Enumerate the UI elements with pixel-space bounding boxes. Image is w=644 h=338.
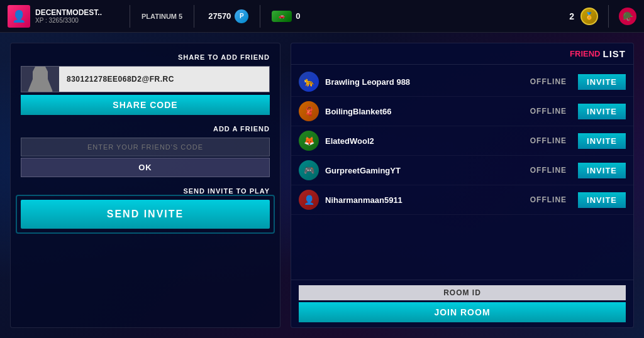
medal-count: 2 [569,11,574,21]
currency-section: 27570 P 🚗 0 [198,5,310,28]
player-avatar-icon: 👤 [12,9,26,23]
divider-2 [194,5,194,28]
friend-row: 🎮 GurpreetGamingYT OFFLINE INVITE [291,156,633,185]
coin-icon: P [235,9,248,23]
medal-badge: 🏅 [580,8,598,25]
top-bar: 👤 DECENTMODEST.. XP : 3265/3300 PLATINUM… [0,0,644,33]
invite-button[interactable]: INVITE [578,133,626,149]
player-info: DECENTMODEST.. XP : 3265/3300 [35,8,102,24]
add-friend-section: ADD A FRIEND OK [21,125,270,177]
player-name: DECENTMODEST.. [35,8,102,17]
send-invite-section: SEND INVITE TO PLAY SEND INVITE [21,187,270,229]
divider-3 [260,5,260,28]
friend-status: OFFLINE [530,136,567,145]
player-name-section: 👤 DECENTMODEST.. XP : 3265/3300 [0,5,126,28]
share-code-text: 830121278EE068D2@FR.RC [59,67,269,92]
friend-status: OFFLINE [530,107,567,116]
friend-name: BoilingBlanket66 [325,107,524,116]
invite-button[interactable]: INVITE [578,163,626,178]
player-avatar: 👤 [8,5,30,28]
coins-item: 27570 P [208,9,248,23]
friend-status: OFFLINE [530,166,567,175]
friend-avatar: 🦊 [299,131,319,151]
main-content: SHARE TO ADD FRIEND 830121278EE068D2@FR.… [0,33,644,338]
join-room-button[interactable]: JOIN ROOM [299,302,626,322]
friend-status: OFFLINE [530,195,567,204]
send-invite-label: SEND INVITE TO PLAY [21,187,270,195]
coins-amount: 27570 [208,11,231,21]
friend-name: Niharmanmaan5911 [325,195,524,205]
room-id-label: ROOM ID [299,285,626,300]
share-avatar-box [21,67,59,92]
friend-row: 🧣 BoilingBlanket66 OFFLINE INVITE [291,97,633,126]
invite-button[interactable]: INVITE [578,192,626,208]
add-friend-label: ADD A FRIEND [21,125,270,133]
friend-name: Brawling Leopard 988 [325,77,524,87]
ok-button[interactable]: OK [21,158,270,177]
rank-section: PLATINUM 5 [134,13,190,20]
friend-list-header: FRIEND LIST [291,43,633,65]
invite-button[interactable]: INVITE [578,104,626,119]
room-section: ROOM ID JOIN ROOM [291,280,633,327]
friend-row: 🐆 Brawling Leopard 988 OFFLINE INVITE [291,67,633,97]
list-header-label: LIST [603,48,626,59]
friend-row: 🦊 ElatedWool2 OFFLINE INVITE [291,126,633,156]
friend-avatar: 👤 [299,190,319,210]
friend-list: 🐆 Brawling Leopard 988 OFFLINE INVITE 🧣 … [291,65,633,280]
left-panel: SHARE TO ADD FRIEND 830121278EE068D2@FR.… [10,43,280,328]
friend-status: OFFLINE [530,77,567,86]
friend-row: 👤 Niharmanmaan5911 OFFLINE INVITE [291,185,633,215]
car-icon: 🚗 [272,11,292,22]
send-invite-button[interactable]: SEND INVITE [21,200,270,229]
friend-avatar: 🐆 [299,72,319,92]
invite-button[interactable]: INVITE [578,74,626,90]
helmet-icon: 🪖 [619,8,636,25]
share-code-button[interactable]: SHARE CODE [21,95,270,115]
friend-name: GurpreetGamingYT [325,166,524,175]
share-section-label: SHARE TO ADD FRIEND [21,53,270,61]
right-panel: FRIEND LIST 🐆 Brawling Leopard 988 OFFLI… [291,43,634,328]
friend-avatar: 🧣 [299,101,319,121]
share-code-box: 830121278EE068D2@FR.RC [21,66,270,92]
friend-code-input[interactable] [21,138,270,156]
cars-item: 🚗 0 [272,11,300,22]
divider-1 [130,5,130,28]
friend-header-label: FRIEND [570,49,600,58]
avatar-silhouette [28,67,53,92]
friend-avatar: 🎮 [299,160,319,180]
top-right: 2 🏅 🪖 [562,5,644,28]
player-xp: XP : 3265/3300 [35,17,102,24]
cars-amount: 0 [296,11,300,21]
rank-label: PLATINUM 5 [142,13,182,20]
friend-name: ElatedWool2 [325,136,524,146]
divider-4 [608,5,609,28]
